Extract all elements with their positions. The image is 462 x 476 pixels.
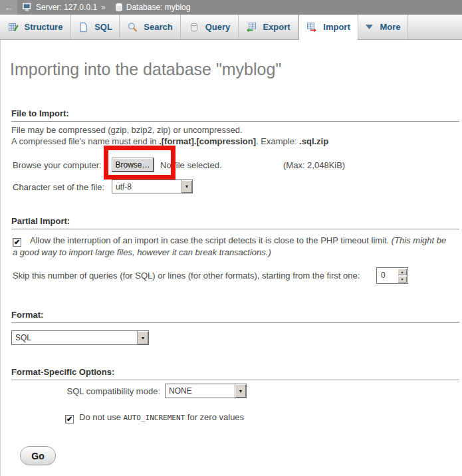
- tab-label: SQL: [94, 22, 112, 32]
- tab-label: More: [380, 22, 400, 32]
- help-line-2-text: A compressed file's name must end in: [11, 136, 159, 146]
- auto-increment-code: AUTO_INCREMENT: [124, 414, 185, 422]
- auto-increment-checkbox[interactable]: ✔: [65, 415, 74, 423]
- browse-label: Browse your computer:: [13, 160, 102, 170]
- tab-query[interactable]: Query: [181, 15, 239, 39]
- file-import-help: File may be compressed (gzip, bzip2, zip…: [11, 124, 328, 147]
- tab-label: Structure: [25, 22, 63, 32]
- charset-label: Character set of the file:: [13, 182, 104, 192]
- charset-value: utf-8: [112, 180, 181, 193]
- breadcrumb-server[interactable]: Server: 127.0.0.1: [36, 3, 97, 12]
- spinner-buttons: ▲ ▼: [397, 268, 407, 283]
- tabbar-filler: [408, 15, 462, 39]
- skip-queries-value: 0: [377, 268, 397, 283]
- breadcrumb-bar: ← Server: 127.0.0.1 » Database: myblog: [0, 0, 462, 15]
- page-title: Importing into the database "myblog": [10, 60, 281, 79]
- tab-more[interactable]: More: [358, 15, 408, 39]
- go-button[interactable]: Go: [20, 446, 56, 465]
- format-heading: Format:: [11, 310, 459, 323]
- file-import-heading: File to Import:: [11, 108, 459, 122]
- search-icon: [127, 22, 138, 33]
- allow-interruption-row: ✔Allow the interruption of an import in …: [13, 235, 448, 259]
- phpmyadmin-import-page: ← Server: 127.0.0.1 » Database: myblog S…: [0, 0, 462, 476]
- database-icon: [115, 3, 123, 12]
- tab-label: Import: [323, 22, 350, 32]
- help-example-label: . Example:: [256, 136, 299, 146]
- tab-search[interactable]: Search: [120, 15, 181, 39]
- skip-queries-label: Skip this number of queries (for SQL) or…: [13, 271, 360, 281]
- dropdown-arrow-icon[interactable]: ▼: [235, 384, 246, 398]
- spin-down-icon[interactable]: ▼: [398, 276, 407, 283]
- tab-bar: Structure SQL Search Query: [0, 15, 462, 40]
- auto-increment-text-prefix: Do not use: [79, 412, 124, 422]
- query-icon: [189, 22, 199, 33]
- auto-increment-text-suffix: for zero values: [185, 412, 244, 422]
- dropdown-arrow-icon[interactable]: ▼: [181, 180, 192, 193]
- sql-icon: [78, 22, 88, 33]
- back-icon: ←: [5, 3, 13, 13]
- sql-compat-value: NONE: [166, 384, 235, 398]
- sql-compat-select[interactable]: NONE ▼: [165, 384, 247, 398]
- sql-compat-label: SQL compatibility mode:: [1, 386, 160, 396]
- help-example-value: .sql.zip: [299, 136, 328, 146]
- auto-increment-row: ✔Do not use AUTO_INCREMENT for zero valu…: [65, 412, 244, 423]
- max-size-text: (Max: 2,048KiB): [283, 160, 345, 170]
- structure-icon: [8, 22, 19, 33]
- format-select[interactable]: SQL ▼: [11, 330, 149, 345]
- spin-up-icon[interactable]: ▲: [398, 269, 407, 275]
- skip-queries-input[interactable]: 0 ▲ ▼: [376, 267, 408, 284]
- back-button[interactable]: ←: [0, 0, 17, 15]
- help-format-pattern: .[format].[compression]: [159, 136, 256, 146]
- format-value: SQL: [12, 331, 137, 344]
- export-icon: [246, 22, 257, 33]
- allow-interruption-text: Allow the interruption of an import in c…: [30, 235, 392, 245]
- format-options-heading: Format-Specific Options:: [11, 367, 459, 380]
- dropdown-arrow-icon[interactable]: ▼: [137, 331, 148, 344]
- chevron-down-icon: [365, 24, 374, 30]
- allow-interruption-checkbox[interactable]: ✔: [13, 238, 21, 247]
- charset-select[interactable]: utf-8 ▼: [112, 179, 193, 193]
- tab-export[interactable]: Export: [239, 15, 298, 39]
- import-icon: [306, 22, 317, 33]
- partial-import-heading: Partial Import:: [11, 216, 459, 229]
- help-line-1: File may be compressed (gzip, bzip2, zip…: [11, 124, 328, 136]
- tab-structure[interactable]: Structure: [0, 15, 71, 39]
- breadcrumb-database[interactable]: Database: myblog: [126, 3, 191, 12]
- tab-sql[interactable]: SQL: [71, 15, 120, 39]
- tab-import[interactable]: Import: [298, 15, 358, 39]
- tab-label: Search: [144, 22, 172, 32]
- import-content: Importing into the database "myblog" Fil…: [0, 40, 462, 476]
- tab-label: Query: [205, 22, 231, 32]
- tab-label: Export: [263, 22, 290, 32]
- highlight-annotation: [104, 146, 175, 179]
- breadcrumb-separator: »: [101, 3, 106, 12]
- server-icon: [23, 3, 33, 12]
